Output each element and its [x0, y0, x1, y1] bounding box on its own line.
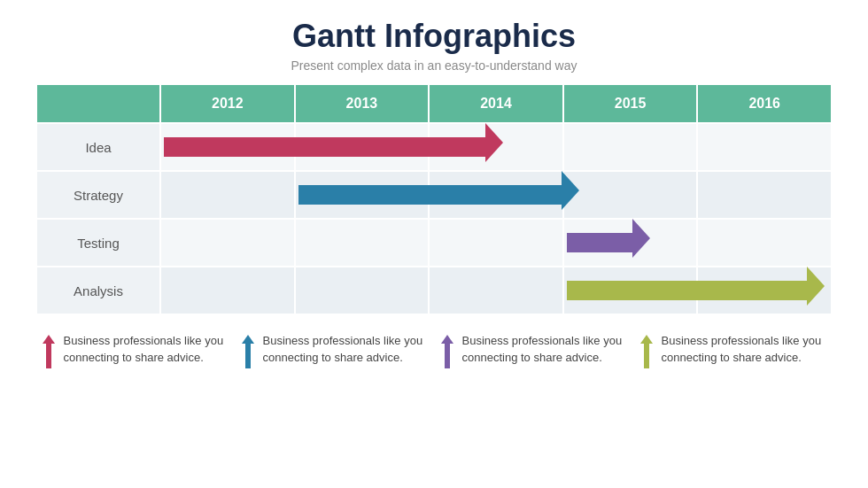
arrow-strategy [298, 185, 579, 205]
cell-testing-col2 [429, 219, 563, 267]
cell-strategy-col3 [563, 171, 698, 219]
cell-testing-col1 [295, 219, 430, 267]
arrow-idea [164, 137, 503, 157]
legend-text-2: Business professionals like you connecti… [462, 333, 627, 367]
cell-strategy-col4 [697, 171, 832, 219]
cell-analysis-col1 [295, 267, 430, 314]
legend-item-2: Business professionals like you connecti… [441, 333, 627, 368]
legend-icon-0 [43, 335, 55, 368]
arrow-testing [567, 233, 651, 252]
legend-icon-3 [640, 335, 653, 368]
cell-analysis-col2 [429, 267, 563, 314]
cell-strategy-col0 [160, 171, 295, 219]
cell-idea-col3 [563, 123, 698, 171]
row-label-strategy: Strategy [36, 171, 160, 219]
gantt-header-row: 2012 2013 2014 2015 2016 [36, 84, 832, 123]
gantt-row: Testing [36, 219, 832, 267]
col-header-2016: 2016 [697, 84, 832, 123]
row-label-analysis: Analysis [36, 267, 160, 314]
subtitle: Present complex data in an easy-to-under… [291, 58, 577, 73]
col-header-2013: 2013 [295, 84, 430, 123]
cell-analysis-col0 [160, 267, 295, 314]
legend-item-0: Business professionals like you connecti… [43, 333, 229, 368]
legend-item-3: Business professionals like you connecti… [640, 333, 826, 368]
row-label-idea: Idea [36, 123, 160, 171]
legend: Business professionals like you connecti… [35, 333, 833, 368]
col-header-2012: 2012 [160, 84, 295, 123]
col-header-2014: 2014 [429, 84, 563, 123]
col-header-2015: 2015 [563, 84, 698, 123]
main-title: Gantt Infographics [291, 18, 577, 55]
arrow-analysis [567, 281, 825, 300]
legend-text-0: Business professionals like you connecti… [64, 333, 229, 367]
cell-testing-col0 [160, 219, 295, 267]
legend-text-3: Business professionals like you connecti… [662, 333, 826, 367]
page: Gantt Infographics Present complex data … [0, 0, 868, 488]
legend-item-1: Business professionals like you connecti… [242, 333, 428, 368]
gantt-wrapper: 2012 2013 2014 2015 2016 IdeaStrategyTes… [35, 83, 833, 315]
header: Gantt Infographics Present complex data … [291, 18, 577, 73]
row-label-testing: Testing [36, 219, 160, 267]
legend-icon-2 [441, 335, 453, 368]
legend-text-1: Business professionals like you connecti… [263, 333, 428, 367]
cell-idea-col4 [697, 123, 832, 171]
legend-icon-1 [242, 335, 254, 368]
col-header-label [36, 84, 160, 123]
cell-testing-col4 [697, 219, 832, 267]
